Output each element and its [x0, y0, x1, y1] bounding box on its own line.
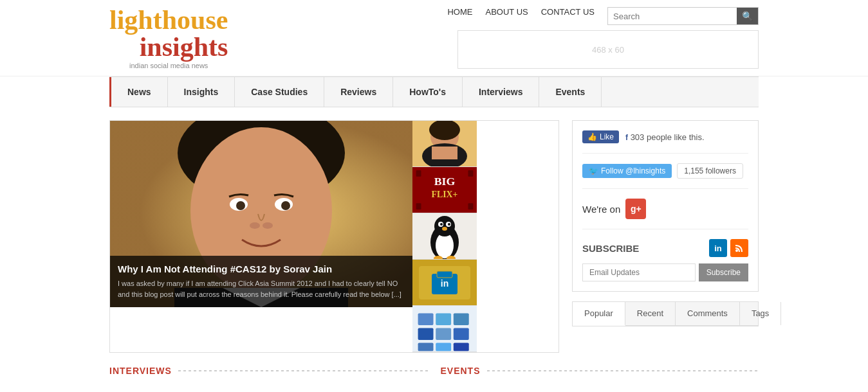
fb-logo-icon: f: [625, 133, 628, 142]
tab-tags[interactable]: Tags: [740, 302, 781, 325]
twitter-follow-row: 🐦 Follow @lhinsights 1,155 followers: [582, 163, 748, 189]
logo-tagline: indian social media news: [109, 62, 228, 69]
svg-rect-48: [454, 343, 469, 351]
interviews-section: INTERVIEWS: [109, 366, 428, 382]
svg-text:FLIX+: FLIX+: [432, 190, 458, 199]
nav-item-insights[interactable]: Insights: [168, 77, 235, 107]
svg-rect-45: [454, 328, 469, 339]
svg-rect-22: [468, 203, 473, 209]
thumbnail-2[interactable]: BIG FLIX+: [412, 167, 477, 213]
interviews-header: INTERVIEWS: [109, 366, 428, 376]
tabs-header: Popular Recent Comments Tags: [573, 302, 758, 326]
bottom-sections: INTERVIEWS EVENTS: [0, 366, 868, 392]
events-divider: [487, 370, 759, 371]
logo-insights: insights: [109, 33, 228, 60]
featured-post[interactable]: Why I Am Not Attending #CAS12 by Sorav J…: [109, 120, 559, 353]
fb-like-label: Like: [600, 132, 614, 141]
svg-point-9: [263, 222, 273, 229]
svg-rect-47: [436, 343, 451, 351]
events-title: EVENTS: [441, 366, 481, 376]
events-header: EVENTS: [441, 366, 759, 376]
subscribe-section: SUBSCRIBE in Subscri: [582, 239, 748, 281]
svg-rect-15: [432, 147, 457, 159]
main-content: Why I Am Not Attending #CAS12 by Sorav J…: [0, 107, 868, 366]
featured-excerpt: I was asked by many if I am attending Cl…: [118, 278, 405, 299]
sidebar: 👍 Like f 303 people like this. 🐦 Follow …: [572, 120, 759, 353]
linkedin-icon[interactable]: in: [709, 239, 727, 257]
google-plus-icon[interactable]: g+: [625, 199, 646, 219]
twitter-follow-label: Follow @lhinsights: [601, 166, 665, 175]
twitter-follow-button[interactable]: 🐦 Follow @lhinsights: [582, 164, 672, 178]
featured-image: Why I Am Not Attending #CAS12 by Sorav J…: [110, 121, 412, 307]
svg-rect-43: [418, 328, 434, 339]
svg-point-29: [440, 223, 443, 226]
thumbnail-3[interactable]: [412, 213, 477, 260]
site-header: lighthouse insights indian social media …: [0, 0, 868, 76]
nav-item-howtos[interactable]: HowTo's: [393, 77, 463, 107]
subscribe-button[interactable]: Subscribe: [699, 263, 748, 281]
subscribe-icons: in: [709, 239, 748, 257]
content-tabs: Popular Recent Comments Tags: [572, 301, 759, 326]
fb-thumb-icon: 👍: [587, 132, 597, 141]
svg-rect-37: [437, 271, 452, 278]
fb-count-text: 303 people like this.: [631, 132, 705, 142]
svg-point-49: [735, 249, 738, 252]
nav-about[interactable]: ABOUT US: [485, 7, 528, 25]
twitter-follower-count: 1,155 followers: [677, 163, 743, 179]
events-section: EVENTS: [441, 366, 759, 382]
thumbnail-5[interactable]: [412, 306, 477, 352]
svg-text:in: in: [441, 278, 448, 289]
rss-icon[interactable]: [730, 239, 748, 257]
tab-recent[interactable]: Recent: [625, 302, 676, 325]
svg-rect-40: [418, 313, 434, 325]
nav-item-reviews[interactable]: Reviews: [324, 77, 393, 107]
svg-rect-20: [468, 170, 473, 177]
nav-contact[interactable]: CONTACT US: [541, 7, 595, 25]
svg-point-31: [442, 227, 447, 231]
main-navbar: News Insights Case Studies Reviews HowTo…: [109, 76, 759, 107]
svg-point-8: [250, 222, 260, 229]
nav-item-events[interactable]: Events: [539, 77, 602, 107]
interviews-title: INTERVIEWS: [109, 366, 172, 376]
header-right: HOME ABOUT US CONTACT US 🔍 468 x 60: [447, 7, 759, 69]
search-button[interactable]: 🔍: [737, 8, 758, 24]
svg-rect-44: [436, 328, 451, 339]
email-input[interactable]: [582, 263, 696, 281]
logo[interactable]: lighthouse insights indian social media …: [109, 6, 228, 69]
tab-comments[interactable]: Comments: [676, 302, 740, 325]
nav-item-interviews[interactable]: Interviews: [463, 77, 539, 107]
interviews-divider: [178, 370, 428, 371]
gplus-label: We're on: [582, 204, 620, 215]
svg-rect-21: [416, 203, 421, 209]
thumbnail-list: BIG FLIX+: [412, 121, 477, 352]
search-box: 🔍: [607, 7, 759, 25]
ad-banner: 468 x 60: [457, 30, 759, 69]
thumbnail-4[interactable]: in: [412, 260, 477, 306]
svg-rect-46: [418, 343, 434, 351]
svg-point-30: [448, 223, 450, 226]
search-input[interactable]: [608, 8, 737, 24]
header-nav: HOME ABOUT US CONTACT US 🔍: [447, 7, 759, 25]
content-area: Why I Am Not Attending #CAS12 by Sorav J…: [109, 120, 559, 353]
thumbnail-1[interactable]: [412, 121, 477, 167]
subscribe-form: Subscribe: [582, 263, 748, 281]
logo-lighthouse: lighthouse: [109, 6, 228, 33]
tab-popular[interactable]: Popular: [573, 302, 625, 326]
svg-point-26: [434, 216, 455, 236]
featured-title: Why I Am Not Attending #CAS12 by Sorav J…: [118, 263, 405, 274]
nav-item-case-studies[interactable]: Case Studies: [235, 77, 324, 107]
featured-caption: Why I Am Not Attending #CAS12 by Sorav J…: [110, 256, 412, 307]
facebook-count: f 303 people like this.: [625, 132, 705, 142]
svg-rect-41: [436, 313, 451, 325]
nav-home[interactable]: HOME: [447, 7, 472, 25]
facebook-like-button[interactable]: 👍 Like: [582, 130, 619, 143]
nav-item-news[interactable]: News: [109, 77, 168, 107]
subscribe-title: SUBSCRIBE: [582, 243, 639, 254]
facebook-like-row: 👍 Like f 303 people like this.: [582, 130, 748, 154]
svg-rect-19: [416, 170, 421, 177]
svg-point-7: [281, 201, 290, 210]
twitter-bird-icon: 🐦: [589, 166, 598, 175]
featured-inner: Why I Am Not Attending #CAS12 by Sorav J…: [110, 121, 559, 352]
svg-text:BIG: BIG: [434, 175, 456, 188]
google-plus-row: We're on g+: [582, 199, 748, 229]
